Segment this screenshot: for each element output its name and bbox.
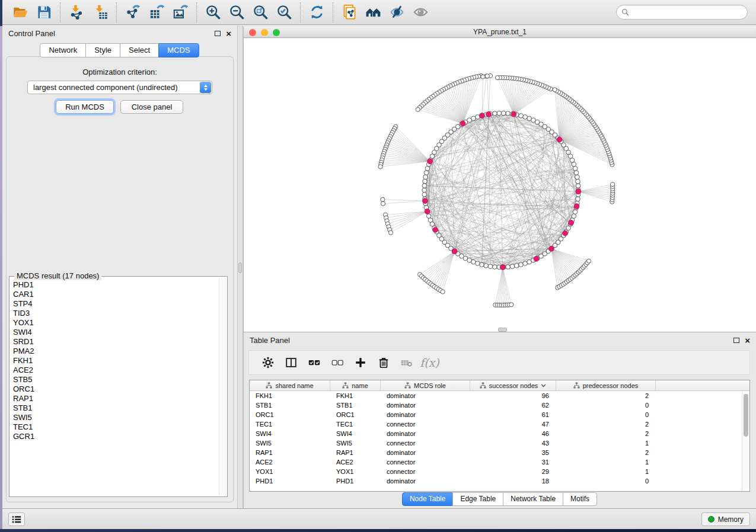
network-graph[interactable]	[244, 39, 756, 332]
mcds-result-item[interactable]: TEC1	[13, 422, 218, 432]
memory-button[interactable]: Memory	[701, 512, 750, 526]
table-row[interactable]: ACE2ACE2connector311	[250, 457, 749, 467]
mcds-result-item[interactable]: TID3	[13, 309, 218, 318]
table-settings-button[interactable]	[256, 352, 279, 373]
network-window-titlebar[interactable]: YPA_prune.txt_1	[244, 27, 756, 38]
zoom-in-button[interactable]	[201, 2, 225, 23]
table-row[interactable]: RAP1RAP1dominator352	[250, 448, 749, 457]
mcds-result-item[interactable]: PMA2	[13, 347, 218, 356]
tab-select[interactable]: Select	[120, 43, 159, 57]
column-header-MCDS-role[interactable]: MCDS role	[381, 380, 470, 390]
import-network-button[interactable]	[65, 2, 88, 23]
mcds-hub-node[interactable]	[511, 111, 516, 117]
mcds-hub-node[interactable]	[557, 137, 562, 142]
mcds-hub-node[interactable]	[569, 220, 574, 226]
table-scrollbar-thumb[interactable]	[744, 394, 748, 437]
show-all-button[interactable]	[409, 2, 432, 23]
mcds-result-item[interactable]: SRD1	[13, 337, 218, 347]
table-row[interactable]: STB1STB1dominator620	[250, 400, 749, 410]
import-table-button[interactable]	[88, 2, 112, 23]
column-header-predecessor-nodes[interactable]: predecessor nodes	[556, 380, 656, 390]
mcds-result-item[interactable]: PHD1	[13, 280, 218, 290]
tab-motifs[interactable]: Motifs	[563, 492, 597, 506]
tab-network[interactable]: Network	[40, 43, 86, 57]
mcds-result-item[interactable]: STB1	[13, 403, 218, 413]
zoom-selected-button[interactable]	[272, 2, 296, 23]
mcds-result-item[interactable]: GCR1	[13, 432, 218, 441]
table-row[interactable]: SWI5SWI5connector431	[250, 438, 749, 448]
tab-mcds[interactable]: MCDS	[158, 43, 199, 57]
table-row[interactable]: ORC1ORC1dominator610	[250, 410, 749, 419]
float-panel-icon[interactable]	[215, 31, 221, 36]
mcds-hub-node[interactable]	[548, 246, 554, 251]
table-row[interactable]: FKH1FKH1dominator962	[250, 391, 749, 400]
mcds-hub-node[interactable]	[500, 265, 505, 270]
export-table-button[interactable]	[145, 2, 168, 23]
mcds-hub-node[interactable]	[480, 113, 485, 118]
mcds-result-item[interactable]: YOX1	[13, 318, 218, 328]
table-scrollbar[interactable]	[742, 392, 749, 491]
tab-node-table[interactable]: Node Table	[402, 492, 454, 506]
search-field[interactable]	[616, 5, 748, 20]
mcds-result-item[interactable]: SWI4	[13, 328, 218, 337]
column-header-shared-name[interactable]: shared name	[250, 380, 330, 390]
mcds-hub-node[interactable]	[423, 198, 428, 204]
mcds-result-item[interactable]: FKH1	[13, 356, 218, 366]
delete-columns-button[interactable]	[372, 352, 395, 373]
run-mcds-button[interactable]: Run MCDS	[56, 100, 114, 114]
table-row[interactable]: YOX1YOX1connector291	[250, 467, 749, 476]
mcds-hub-node[interactable]	[534, 256, 539, 261]
tab-style[interactable]: Style	[85, 43, 120, 57]
deselect-all-rows-button[interactable]	[326, 352, 349, 373]
first-neighbors-button[interactable]	[361, 2, 385, 23]
close-table-panel-icon[interactable]: ×	[745, 338, 750, 344]
ui-settings-button[interactable]	[8, 512, 25, 526]
minimize-window-icon[interactable]	[261, 29, 268, 36]
export-image-button[interactable]	[168, 2, 192, 23]
column-header-successor-nodes[interactable]: successor nodes	[470, 380, 556, 390]
close-panel-button[interactable]: Close panel	[120, 100, 183, 114]
network-canvas[interactable]	[244, 39, 756, 332]
close-window-icon[interactable]	[249, 29, 256, 36]
vertical-split-divider[interactable]	[237, 25, 243, 508]
horizontal-split-handle[interactable]	[498, 328, 507, 332]
select-all-rows-button[interactable]	[302, 352, 326, 373]
mcds-hub-node[interactable]	[576, 189, 581, 194]
mcds-result-item[interactable]: SWI5	[13, 413, 218, 422]
mcds-hub-node[interactable]	[574, 204, 579, 209]
export-to-web-button[interactable]	[337, 2, 361, 23]
mcds-hub-node[interactable]	[428, 159, 433, 164]
mcds-hub-node[interactable]	[452, 249, 457, 254]
table-row[interactable]: TEC1TEC1connector472	[250, 419, 749, 429]
tab-edge-table[interactable]: Edge Table	[452, 492, 503, 506]
mcds-result-item[interactable]: RAP1	[13, 394, 218, 403]
mcds-result-item[interactable]: STB5	[13, 375, 218, 384]
export-network-button[interactable]	[121, 2, 145, 23]
criterion-select[interactable]: largest connected component (undirected)	[27, 81, 212, 94]
divider-handle[interactable]	[238, 262, 242, 273]
save-session-button[interactable]	[32, 2, 56, 23]
refresh-layout-button[interactable]	[305, 2, 328, 23]
mcds-hub-node[interactable]	[563, 230, 568, 236]
function-builder-button[interactable]: f(x)	[418, 352, 441, 373]
table-row[interactable]: SWI4SWI4dominator462	[250, 429, 749, 438]
mcds-hub-node[interactable]	[460, 121, 465, 126]
zoom-window-icon[interactable]	[273, 29, 280, 36]
add-column-button[interactable]	[349, 352, 372, 373]
search-input[interactable]	[632, 8, 742, 17]
mcds-hub-node[interactable]	[433, 227, 438, 233]
column-header-name[interactable]: name	[330, 380, 381, 390]
mcds-result-item[interactable]: STP4	[13, 299, 218, 309]
result-list-scrollbar[interactable]	[219, 278, 226, 495]
mcds-hub-node[interactable]	[425, 209, 430, 214]
mcds-result-item[interactable]: ORC1	[13, 384, 218, 394]
float-table-panel-icon[interactable]	[733, 338, 739, 343]
fit-content-button[interactable]	[248, 2, 272, 23]
table-row[interactable]: PHD1PHD1dominator180	[250, 476, 749, 486]
split-view-button[interactable]	[279, 352, 302, 373]
delete-table-button[interactable]	[395, 352, 418, 373]
mcds-result-item[interactable]: CAR1	[13, 290, 218, 299]
mcds-result-item[interactable]: ACE2	[13, 366, 218, 375]
open-session-button[interactable]	[8, 2, 32, 23]
zoom-out-button[interactable]	[225, 2, 248, 23]
